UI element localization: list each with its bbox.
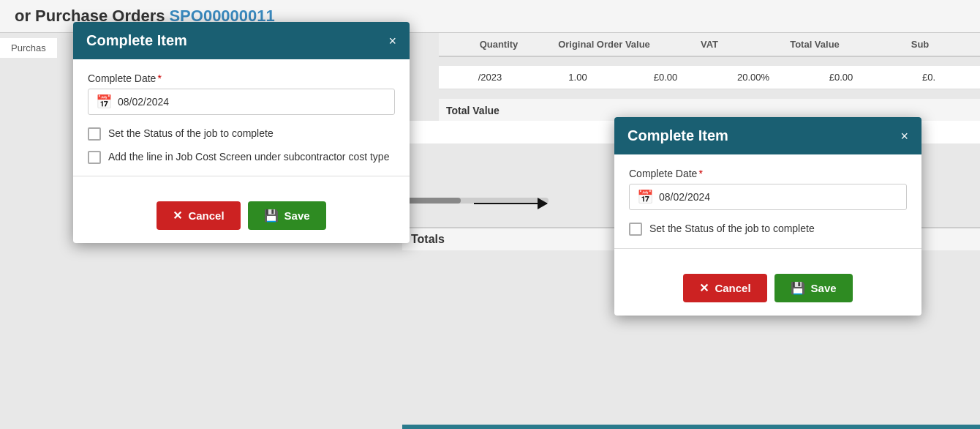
checkbox-jobcost-label: Add the line in Job Cost Screen under su… <box>108 150 389 165</box>
purchase-label: Purchas <box>0 38 57 58</box>
col-vat: VAT <box>657 39 762 50</box>
date-field-label: Complete Date* <box>88 72 395 84</box>
cancel-icon-left: ✕ <box>173 209 182 223</box>
cell-sub: £0. <box>885 72 973 83</box>
cancel-label-right: Cancel <box>715 282 750 294</box>
date-label-text: Complete Date <box>88 72 156 84</box>
save-label-left: Save <box>284 209 310 222</box>
cancel-button-left[interactable]: ✕ Cancel <box>157 201 240 230</box>
modal-right-header: Complete Item × <box>614 117 921 154</box>
checkbox-status[interactable] <box>88 127 101 141</box>
teal-bar <box>402 425 980 429</box>
save-button-right[interactable]: 💾 Save <box>774 274 853 302</box>
modal-left-header: Complete Item × <box>73 22 410 59</box>
table-row: /2023 1.00 £0.00 20.00% £0.00 £0. <box>439 66 980 89</box>
table-header: Quantity Original Order Value VAT Total … <box>439 33 980 57</box>
col-quantity: Quantity <box>446 39 551 50</box>
arrow-line <box>474 203 547 204</box>
col-original-order-value: Original Order Value <box>551 39 657 50</box>
modal-right-title: Complete Item <box>627 127 728 144</box>
cancel-icon-right: ✕ <box>699 281 709 295</box>
modal-left-title: Complete Item <box>86 32 187 49</box>
col-total-value: Total Value <box>762 39 867 50</box>
cell-total-value: £0.00 <box>797 72 885 83</box>
date-input[interactable]: 📅 08/02/2024 <box>88 89 395 115</box>
cancel-label-left: Cancel <box>188 209 224 222</box>
checkbox-row-1: Set the Status of the job to complete <box>88 127 395 141</box>
save-icon-right: 💾 <box>791 281 805 295</box>
cell-order-value: £0.00 <box>622 72 709 83</box>
calendar-icon-right: 📅 <box>637 189 653 205</box>
checkbox-row-2: Add the line in Job Cost Screen under su… <box>88 150 395 165</box>
modal-right-footer: ✕ Cancel 💾 Save <box>614 274 921 316</box>
checkbox-status-label: Set the Status of the job to complete <box>108 127 274 141</box>
date-value: 08/02/2024 <box>118 96 169 108</box>
save-label-right: Save <box>811 282 837 294</box>
modal-left-close-button[interactable]: × <box>388 34 396 48</box>
cancel-button-right[interactable]: ✕ Cancel <box>683 274 766 302</box>
checkbox-status-label-right: Set the Status of the job to complete <box>649 222 815 236</box>
date-value-right: 08/02/2024 <box>659 191 710 203</box>
scrollbar-thumb[interactable] <box>402 198 461 204</box>
modal-left-footer: ✕ Cancel 💾 Save <box>73 201 410 243</box>
date-label-text-right: Complete Date <box>629 168 697 179</box>
required-star: * <box>157 72 161 84</box>
modal-divider <box>73 176 410 176</box>
date-input-right[interactable]: 📅 08/02/2024 <box>629 184 907 210</box>
col-sub: Sub <box>867 39 973 50</box>
cell-quantity: 1.00 <box>534 72 622 83</box>
save-button-left[interactable]: 💾 Save <box>248 201 326 230</box>
checkbox-jobcost[interactable] <box>88 151 101 164</box>
modal-right: Complete Item × Complete Date* 📅 08/02/2… <box>614 117 921 316</box>
checkbox-row-right: Set the Status of the job to complete <box>629 222 907 236</box>
modal-right-body: Complete Date* 📅 08/02/2024 Set the Stat… <box>614 154 921 274</box>
checkbox-status-right[interactable] <box>629 223 642 236</box>
modal-left-body: Complete Date* 📅 08/02/2024 Set the Stat… <box>73 59 410 201</box>
cell-date: /2023 <box>446 72 534 83</box>
modal-right-close-button[interactable]: × <box>900 130 908 143</box>
required-star-right: * <box>698 168 702 179</box>
save-icon-left: 💾 <box>264 209 279 223</box>
modal-left: Complete Item × Complete Date* 📅 08/02/2… <box>73 22 410 243</box>
calendar-icon: 📅 <box>96 94 112 110</box>
modal-divider-right <box>614 248 921 249</box>
cell-vat: 20.00% <box>709 72 797 83</box>
date-field-label-right: Complete Date* <box>629 168 907 179</box>
arrow <box>474 189 569 218</box>
